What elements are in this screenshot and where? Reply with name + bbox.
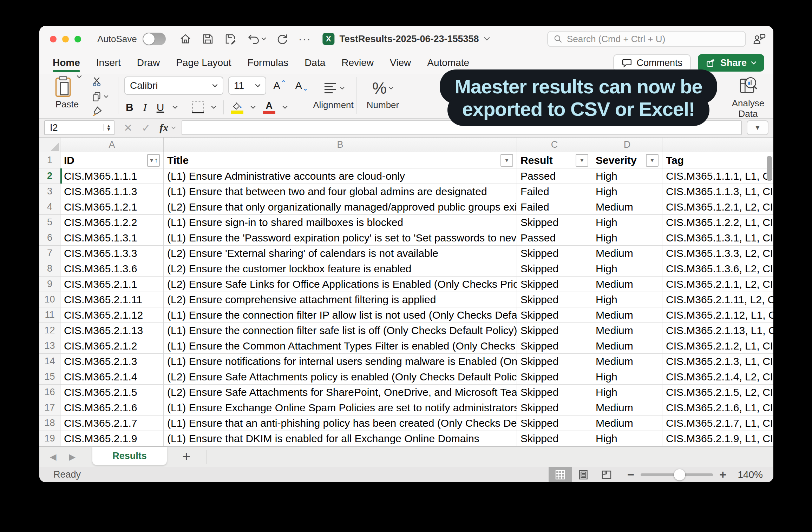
redo-icon[interactable] <box>276 33 289 45</box>
cell-severity[interactable]: Medium <box>592 400 662 415</box>
font-size-select[interactable]: 11 <box>228 77 266 95</box>
row-header[interactable]: 9 <box>39 277 60 292</box>
cell-id[interactable]: CIS.M365.2.1.1 <box>60 277 164 292</box>
cell-id[interactable]: CIS.M365.1.3.1 <box>60 230 164 246</box>
row-header[interactable]: 17 <box>39 400 60 415</box>
cell-tag[interactable]: CIS.M365.2.1.12, L1, CIS <box>662 307 773 323</box>
cell-id[interactable]: CIS.M365.1.2.2 <box>60 215 164 230</box>
header-cell-severity[interactable]: Severity ▼ <box>592 152 662 168</box>
select-all-corner[interactable] <box>39 138 60 152</box>
cell-title[interactable]: (L1) Ensure Administrative accounts are … <box>164 168 517 184</box>
cell-tag[interactable]: CIS.M365.1.3.6, L2, CIS E5 <box>662 261 773 277</box>
row-header[interactable]: 15 <box>39 369 60 385</box>
number-group-button[interactable]: % Number <box>362 77 404 111</box>
paste-button[interactable]: Paste <box>48 75 86 110</box>
cell-result[interactable]: Skipped <box>517 215 592 230</box>
cell-tag[interactable]: CIS.M365.1.1.3, L1, CIS E3 <box>662 184 773 199</box>
copy-button[interactable] <box>91 91 109 102</box>
cell-severity[interactable]: Medium <box>592 199 662 215</box>
cell-tag[interactable]: CIS.M365.2.1.1, L2, CIS E5 <box>662 277 773 292</box>
cell-id[interactable]: CIS.M365.2.1.11 <box>60 292 164 307</box>
page-layout-view-button[interactable] <box>572 467 595 483</box>
cell-id[interactable]: CIS.M365.2.1.6 <box>60 400 164 415</box>
cell-title[interactable]: (L2) Ensure the customer lockbox feature… <box>164 261 517 277</box>
alignment-group-button[interactable]: Alignment <box>310 77 356 111</box>
cell-title[interactable]: (L2) Ensure Safe Links for Office Applic… <box>164 277 517 292</box>
zoom-slider-knob[interactable] <box>674 469 685 480</box>
id-filter-sorted-button[interactable]: ▼↑ <box>147 154 160 167</box>
row-header[interactable]: 4 <box>39 199 60 215</box>
zoom-slider[interactable] <box>641 473 713 476</box>
cell-title[interactable]: (L1) Ensure sign-in to shared mailboxes … <box>164 215 517 230</box>
search-input[interactable] <box>567 34 740 45</box>
cell-title[interactable]: (L1) Ensure that DKIM is enabled for all… <box>164 431 517 446</box>
cell-tag[interactable]: CIS.M365.2.1.9, L1, CIS E3 <box>662 431 773 446</box>
header-cell-title[interactable]: Title ▼ <box>164 152 517 168</box>
cell-severity[interactable]: High <box>592 369 662 385</box>
severity-filter-button[interactable]: ▼ <box>646 154 659 167</box>
cell-tag[interactable]: CIS.M365.1.2.1, L2, CIS E3 <box>662 199 773 215</box>
cell-severity[interactable]: Medium <box>592 323 662 338</box>
row-header[interactable]: 3 <box>39 184 60 199</box>
previous-sheet-icon[interactable]: ◀ <box>50 452 56 462</box>
tab-page-layout[interactable]: Page Layout <box>176 57 231 68</box>
cell-severity[interactable]: Medium <box>592 338 662 354</box>
close-window-button[interactable] <box>50 36 57 42</box>
cell-title[interactable]: (L1) Ensure Exchange Online Spam Policie… <box>164 400 517 415</box>
fx-chevron-icon[interactable] <box>171 126 176 129</box>
underline-chevron-icon[interactable] <box>172 106 178 109</box>
cell-severity[interactable]: Medium <box>592 277 662 292</box>
cell-result[interactable]: Skipped <box>517 369 592 385</box>
tab-data[interactable]: Data <box>304 57 325 68</box>
cell-tag[interactable]: CIS.M365.2.1.6, L1, CIS E3 <box>662 400 773 415</box>
cell-severity[interactable]: Medium <box>592 415 662 431</box>
tab-draw[interactable]: Draw <box>137 57 160 68</box>
cell-severity[interactable]: High <box>592 292 662 307</box>
cell-title[interactable]: (L2) Ensure Safe Attachments policy is e… <box>164 369 517 385</box>
zoom-window-button[interactable] <box>74 36 81 42</box>
cell-severity[interactable]: Medium <box>592 354 662 369</box>
zoom-level[interactable]: 140% <box>733 469 763 480</box>
cell-result[interactable]: Skipped <box>517 246 592 261</box>
cell-id[interactable]: CIS.M365.2.1.4 <box>60 369 164 385</box>
zoom-out-button[interactable]: − <box>627 468 634 481</box>
cell-severity[interactable]: Medium <box>592 307 662 323</box>
cell-severity[interactable]: High <box>592 230 662 246</box>
vertical-scrollbar-thumb[interactable] <box>767 156 772 181</box>
name-box[interactable]: I2 ▲ ▼ <box>44 120 114 135</box>
autosave-toggle[interactable] <box>143 33 166 45</box>
column-header-a[interactable]: A <box>60 138 164 152</box>
add-sheet-button[interactable]: + <box>182 449 190 465</box>
page-break-view-button[interactable] <box>595 467 618 483</box>
cell-title[interactable]: (L1) Ensure the connection filter IP all… <box>164 307 517 323</box>
cancel-entry-icon[interactable]: ✕ <box>124 122 132 134</box>
cell-id[interactable]: CIS.M365.2.1.13 <box>60 323 164 338</box>
header-cell-tag[interactable]: Tag <box>662 152 773 168</box>
row-header[interactable]: 12 <box>39 323 60 338</box>
tab-review[interactable]: Review <box>341 57 374 68</box>
row-header[interactable]: 13 <box>39 338 60 354</box>
row-header[interactable]: 2 <box>39 168 60 184</box>
tab-view[interactable]: View <box>390 57 411 68</box>
cell-tag[interactable]: CIS.M365.2.1.13, L1, CIS <box>662 323 773 338</box>
cut-button[interactable] <box>91 76 109 88</box>
cell-tag[interactable]: CIS.M365.2.1.7, L1, CIS E5 <box>662 415 773 431</box>
cell-title[interactable]: (L1) Ensure the 'Password expiration pol… <box>164 230 517 246</box>
cell-id[interactable]: CIS.M365.2.1.12 <box>60 307 164 323</box>
cell-id[interactable]: CIS.M365.2.1.3 <box>60 354 164 369</box>
column-header-b[interactable]: B <box>164 138 517 152</box>
home-icon[interactable] <box>179 33 192 45</box>
tab-home[interactable]: Home <box>53 57 80 68</box>
borders-chevron-icon[interactable] <box>211 106 216 109</box>
cell-id[interactable]: CIS.M365.1.3.3 <box>60 246 164 261</box>
cell-severity[interactable]: High <box>592 261 662 277</box>
cell-tag[interactable]: CIS.M365.1.3.1, L1, CIS E3 <box>662 230 773 246</box>
font-color-button[interactable]: A <box>263 101 275 114</box>
cell-id[interactable]: CIS.M365.2.1.9 <box>60 431 164 446</box>
cell-tag[interactable]: CIS.M365.1.2.2, L1, CIS E3 <box>662 215 773 230</box>
cell-result[interactable]: Passed <box>517 168 592 184</box>
cell-title[interactable]: (L2) Ensure that only organizationally m… <box>164 199 517 215</box>
cell-id[interactable]: CIS.M365.1.1.3 <box>60 184 164 199</box>
fill-color-chevron-icon[interactable] <box>250 106 256 109</box>
undo-icon[interactable] <box>247 33 266 45</box>
